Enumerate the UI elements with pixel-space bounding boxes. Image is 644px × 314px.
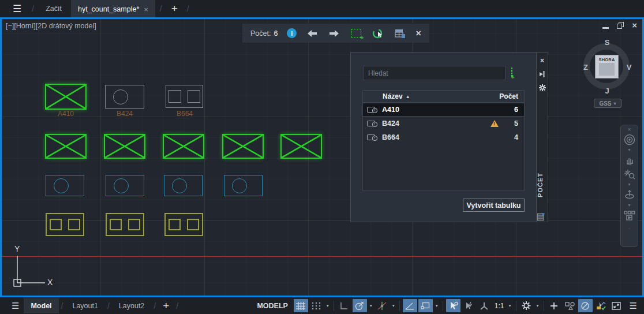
viewcube-south[interactable]: J	[605, 87, 609, 95]
crosshair-plus-icon[interactable]	[547, 299, 561, 312]
ortho-icon[interactable]	[337, 299, 351, 312]
isometric-angle-icon[interactable]	[403, 299, 417, 312]
tab-layout1[interactable]: Layout1	[65, 298, 104, 313]
minimize-icon[interactable]	[602, 27, 609, 29]
block-label: B664	[177, 110, 193, 118]
autohide-pin-icon[interactable]	[539, 71, 545, 77]
canvas-block-circle[interactable]	[224, 175, 263, 196]
chevron-down-icon[interactable]: ▾	[368, 303, 374, 308]
restore-icon[interactable]	[617, 22, 624, 29]
table-row[interactable]: B664 ! 4	[363, 130, 524, 144]
search-input[interactable]	[363, 66, 506, 80]
pick-blocks-icon[interactable]	[511, 68, 512, 76]
transparency-icon[interactable]	[578, 299, 593, 312]
canvas-block-circle[interactable]	[106, 175, 144, 196]
info-icon[interactable]: i	[287, 28, 297, 38]
close-icon[interactable]: ×	[632, 22, 637, 29]
navigation-wheel-icon[interactable]	[623, 133, 636, 147]
palette-close-icon[interactable]: ×	[540, 57, 544, 64]
app-menu-icon[interactable]: ☰	[7, 3, 27, 15]
object-snap-tracking-icon[interactable]	[375, 299, 390, 312]
snap-icon[interactable]	[309, 299, 324, 312]
navbar-close-icon[interactable]: ×	[627, 126, 631, 133]
tab-model[interactable]: Model	[24, 298, 58, 313]
block-count: 5	[507, 119, 524, 128]
next-arrow-icon[interactable]	[328, 28, 340, 39]
ucs-y-label: Y	[14, 244, 20, 253]
status-bar: ☰ Model / Layout1 / Layout2 / + / MODELP…	[0, 297, 644, 314]
block-name: B424	[379, 119, 399, 128]
create-table-button[interactable]: Vytvořit tabulku	[463, 199, 525, 212]
canvas-block-circle[interactable]	[46, 175, 84, 196]
customization-menu-icon[interactable]: ☰	[625, 301, 642, 311]
column-name-header[interactable]: Název	[363, 92, 403, 100]
model-space-label[interactable]: MODELP	[257, 302, 287, 310]
viewcube-west[interactable]: Z	[583, 63, 588, 72]
canvas-block-x[interactable]	[222, 134, 264, 159]
chevron-down-icon[interactable]: ▾	[628, 148, 630, 152]
object-snap-icon[interactable]	[446, 299, 460, 312]
separator	[516, 301, 516, 311]
chevron-down-icon[interactable]: ▾	[628, 182, 630, 187]
canvas-block-circle[interactable]	[105, 85, 144, 109]
previous-arrow-icon[interactable]	[306, 28, 319, 39]
canvas-block-x[interactable]	[280, 134, 322, 159]
canvas-block-x[interactable]	[104, 134, 145, 159]
annotation-scale[interactable]: 1:1	[493, 302, 506, 310]
canvas-block-circle[interactable]	[164, 175, 203, 196]
canvas-block-squares[interactable]	[46, 213, 84, 236]
object-snap-lightning-icon[interactable]	[462, 299, 476, 312]
navbar-handle-icon[interactable]: ◦	[628, 225, 631, 231]
new-tab-button[interactable]: +	[167, 2, 182, 15]
isolate-objects-icon[interactable]	[563, 299, 577, 312]
new-layout-button[interactable]: +	[158, 300, 174, 312]
tab-drawing[interactable]: hyt_count_sample* ×	[71, 0, 155, 17]
palette-title-strip: × POČET	[537, 52, 548, 222]
count-toolbar: Počet:6 i ×	[242, 24, 429, 43]
viewcube-east[interactable]: V	[627, 63, 632, 72]
object-snap-3d-icon[interactable]	[477, 299, 492, 312]
tab-drawing-label: hyt_count_sample*	[78, 5, 139, 13]
table-row[interactable]: B424 ! 5	[363, 117, 524, 130]
block-icon	[367, 106, 379, 114]
workspace-gear-icon[interactable]	[519, 299, 534, 312]
close-count-icon[interactable]: ×	[415, 28, 421, 39]
polar-tracking-icon[interactable]	[353, 299, 367, 312]
chevron-down-icon[interactable]: ▾	[628, 203, 630, 208]
clean-screen-icon[interactable]	[609, 299, 624, 312]
viewcube-north[interactable]: S	[605, 38, 610, 47]
viewport-controls-label[interactable]: [−][Horní][2D drátový model]	[6, 22, 96, 30]
column-count-header[interactable]: Počet	[499, 92, 524, 100]
create-table-icon[interactable]	[394, 28, 406, 39]
chevron-down-icon[interactable]: ▾	[535, 303, 541, 308]
canvas-block-squares[interactable]	[166, 85, 203, 108]
canvas-block-x[interactable]	[163, 134, 204, 159]
tab-layout2[interactable]: Layout2	[112, 298, 151, 313]
viewcube-top-face[interactable]: SHORA	[595, 55, 619, 78]
canvas-block-squares[interactable]	[164, 213, 203, 236]
select-similar-icon[interactable]	[372, 28, 384, 39]
selection-cycling-icon[interactable]	[418, 299, 433, 312]
grid-icon[interactable]	[294, 299, 308, 312]
orbit-icon[interactable]	[623, 188, 636, 202]
canvas-block-x[interactable]	[45, 84, 87, 110]
showmotion-icon[interactable]	[623, 209, 636, 223]
table-hash-icon[interactable]: #	[537, 212, 546, 223]
pick-selection-icon[interactable]	[350, 28, 362, 39]
canvas-block-squares[interactable]	[106, 213, 144, 236]
chevron-down-icon[interactable]: ▾	[325, 303, 331, 308]
properties-gear-icon[interactable]	[539, 84, 546, 91]
tab-separator: /	[151, 301, 158, 311]
canvas-block-x[interactable]	[45, 134, 87, 159]
layout-menu-icon[interactable]: ☰	[7, 301, 24, 311]
table-row[interactable]: A410 ! 6	[363, 103, 524, 117]
graphics-performance-icon[interactable]	[594, 299, 608, 312]
tab-start[interactable]: Začít	[39, 2, 69, 16]
chevron-down-icon[interactable]: ▾	[507, 303, 513, 308]
pan-hand-icon[interactable]	[623, 154, 636, 167]
chevron-down-icon[interactable]: ▾	[434, 303, 440, 308]
zoom-icon[interactable]	[623, 167, 636, 181]
ucs-dropdown-button[interactable]: GSS▾	[594, 99, 621, 108]
tab-close-icon[interactable]: ×	[144, 5, 148, 14]
chevron-down-icon[interactable]: ▾	[391, 303, 396, 308]
